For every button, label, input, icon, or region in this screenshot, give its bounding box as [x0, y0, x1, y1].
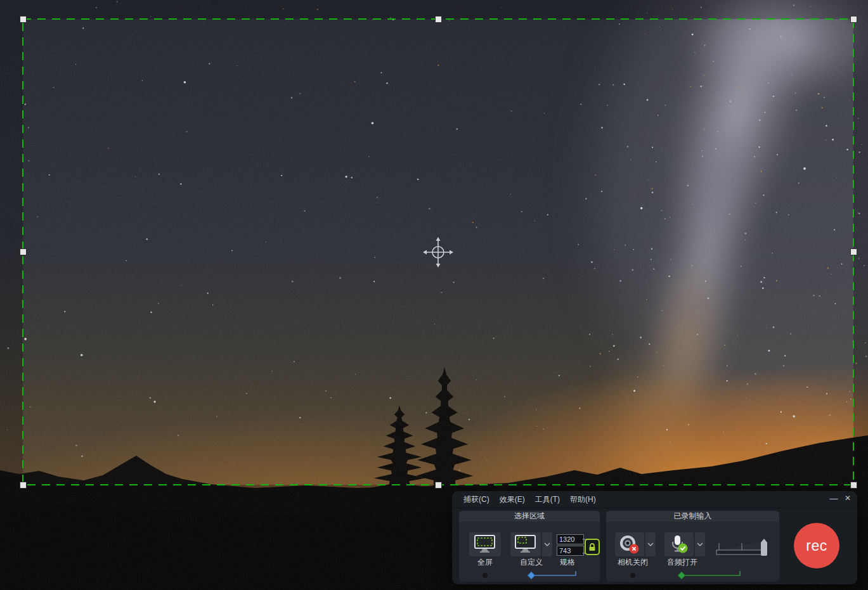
- minimize-button[interactable]: —: [828, 493, 839, 504]
- selection-handle-ne[interactable]: [850, 16, 857, 23]
- fullscreen-label: 全屏: [469, 557, 501, 568]
- menu-capture[interactable]: 捕获(C): [458, 492, 495, 506]
- lock-icon: [588, 542, 597, 551]
- custom-region-label: 自定义: [510, 557, 552, 568]
- menu-tools[interactable]: 工具(T): [530, 492, 565, 506]
- screen: 捕获(C) 效果(E) 工具(T) 帮助(H) — ✕ 选择区域 全屏: [0, 0, 868, 590]
- fullscreen-monitor-icon: [474, 535, 496, 554]
- chevron-down-icon: [647, 542, 654, 546]
- camera-status-label: 相机关闭: [610, 557, 656, 568]
- selection-handle-w[interactable]: [20, 248, 27, 255]
- menu-help[interactable]: 帮助(H): [565, 492, 601, 506]
- select-region-group: 选择区域 全屏 自定义: [459, 511, 600, 582]
- selection-handle-sw[interactable]: [20, 482, 27, 489]
- audio-button[interactable]: [664, 532, 694, 556]
- size-label: 规格: [553, 557, 582, 568]
- fullscreen-button[interactable]: [469, 532, 501, 556]
- selection-handle-n[interactable]: [435, 16, 442, 23]
- dim-overlay-top: [0, 0, 868, 19]
- volume-slider-handle[interactable]: [761, 539, 767, 556]
- audio-level-meter: [715, 537, 770, 558]
- region-width-input[interactable]: [557, 534, 584, 544]
- selection-handle-s[interactable]: [435, 482, 442, 489]
- camera-button[interactable]: [615, 532, 644, 556]
- select-region-title: 选择区域: [459, 511, 600, 522]
- selection-handle-e[interactable]: [850, 248, 857, 255]
- recorded-inputs-group: 已录制输入 相机关闭: [606, 511, 779, 582]
- recorder-panel: 捕获(C) 效果(E) 工具(T) 帮助(H) — ✕ 选择区域 全屏: [452, 491, 857, 584]
- microphone-on-icon: [668, 534, 690, 555]
- menu-effects[interactable]: 效果(E): [495, 492, 530, 506]
- audio-status-label: 音频打开: [659, 557, 705, 568]
- chevron-down-icon: [697, 542, 703, 546]
- custom-region-button[interactable]: [510, 532, 541, 556]
- camera-off-icon: [619, 534, 640, 555]
- custom-region-monitor-icon: [515, 535, 536, 554]
- selection-handle-nw[interactable]: [20, 16, 27, 23]
- recorded-inputs-title: 已录制输入: [606, 511, 779, 522]
- menu-bar: 捕获(C) 效果(E) 工具(T) 帮助(H) — ✕: [452, 491, 857, 508]
- camera-dropdown[interactable]: [645, 532, 656, 556]
- close-button[interactable]: ✕: [842, 493, 853, 504]
- audio-dropdown[interactable]: [695, 532, 705, 556]
- move-crosshair-icon[interactable]: [420, 234, 456, 270]
- region-mode-indicator: [459, 570, 600, 580]
- custom-region-dropdown[interactable]: [542, 532, 552, 556]
- aspect-lock-button[interactable]: [585, 539, 600, 555]
- selection-handle-se[interactable]: [850, 482, 857, 489]
- region-height-input[interactable]: [557, 546, 584, 556]
- chevron-down-icon: [544, 542, 550, 546]
- record-button[interactable]: rec: [794, 523, 839, 568]
- audio-mode-indicator: [606, 570, 779, 580]
